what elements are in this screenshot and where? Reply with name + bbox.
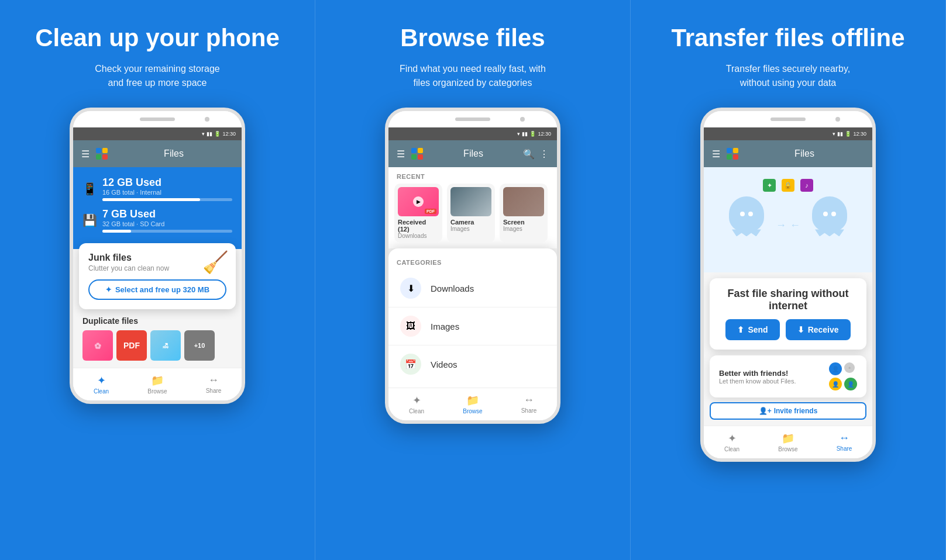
- category-videos[interactable]: 📅 Videos: [388, 345, 557, 383]
- clean-icon-3: ✦: [728, 432, 737, 445]
- nav-share-label-3: Share: [837, 445, 852, 452]
- nav-browse-1[interactable]: 📁 Browse: [129, 372, 185, 397]
- bottom-nav-1: ✦ Clean 📁 Browse ↔ Share: [73, 368, 242, 400]
- downloads-icon: ⬇: [400, 278, 421, 299]
- time-display: 12:30: [222, 131, 236, 137]
- camera-3: [835, 117, 840, 122]
- time-display-2: 12:30: [538, 131, 551, 137]
- ghost-eye-right-1: [823, 212, 828, 216]
- wifi-icon-2: ▾: [517, 131, 520, 137]
- cat-videos-label: Videos: [431, 359, 457, 369]
- ghost-eye-right-2: [831, 212, 836, 216]
- nav-browse-2[interactable]: 📁 Browse: [445, 392, 501, 417]
- category-downloads[interactable]: ⬇ Downloads: [388, 269, 557, 307]
- nav-share-label-2: Share: [521, 407, 537, 414]
- phone-2: ▾ ▮▮ 🔋 12:30 ☰: [385, 108, 560, 424]
- camera-1: [205, 117, 209, 122]
- panel3-subtitle: Transfer files securely nearby,without u…: [726, 62, 851, 90]
- friends-card: Better with friends! Let them know about…: [710, 355, 866, 397]
- app-logo-3: [726, 147, 739, 160]
- play-icon: ▶: [413, 196, 424, 207]
- app-name-2: Files: [429, 148, 517, 159]
- ghost-eye-left-2: [748, 212, 753, 216]
- nav-share-2[interactable]: ↔ Share: [501, 392, 557, 417]
- recent-label: RECENT: [388, 167, 557, 184]
- battery-icon-2: 🔋: [529, 131, 536, 137]
- ghost-eye-left-1: [740, 212, 745, 216]
- junk-icon: 🧹: [202, 250, 229, 275]
- phone-storage-icon: 📱: [82, 182, 97, 196]
- phone-3-inner: ▾ ▮▮ 🔋 12:30 ☰: [704, 111, 872, 458]
- duplicate-title: Duplicate files: [82, 316, 232, 326]
- storage-bar-bg-2: [102, 230, 232, 233]
- ghost-left: [729, 196, 764, 231]
- more-icon[interactable]: ⋮: [539, 148, 549, 160]
- app-bar-3: ☰ Files: [704, 140, 872, 167]
- search-icon[interactable]: 🔍: [523, 148, 535, 160]
- speaker-3: [770, 117, 806, 121]
- dup-thumb-2: PDF: [116, 330, 147, 361]
- recent-card-received[interactable]: ▶ PDF Received (12) Downloads: [394, 184, 442, 243]
- app-logo-1: [95, 147, 108, 160]
- nav-clean-3[interactable]: ✦ Clean: [704, 430, 760, 455]
- nav-share-3[interactable]: ↔ Share: [816, 430, 872, 455]
- recent-label-received: Received (12): [398, 219, 439, 233]
- wifi-icon-3: ▾: [833, 131, 835, 137]
- recent-label-screen: Screen: [503, 219, 544, 226]
- storage-item-sd: 💾 7 GB Used 32 GB total · SD Card: [82, 208, 232, 233]
- storage-info-internal: 12 GB Used 16 GB total · Internal: [102, 177, 232, 201]
- phone-2-inner: ▾ ▮▮ 🔋 12:30 ☰: [388, 111, 557, 420]
- friends-sub: Let them know about Files.: [719, 378, 823, 385]
- panel-transfer: Transfer files offline Transfer files se…: [631, 0, 946, 560]
- nav-share-1[interactable]: ↔ Share: [185, 372, 242, 397]
- nav-clean-2[interactable]: ✦ Clean: [388, 392, 445, 417]
- battery-icon-3: 🔋: [845, 131, 851, 137]
- app-bar-1: ☰ Files: [73, 140, 242, 167]
- hamburger-icon-3[interactable]: ☰: [712, 148, 720, 160]
- storage-sub-sd: 32 GB total · SD Card: [102, 220, 232, 227]
- cat-downloads-label: Downloads: [431, 284, 474, 293]
- phone-1: ▾ ▮▮ 🔋 12:30 ☰: [70, 108, 245, 404]
- app-name-1: Files: [114, 148, 233, 159]
- arrows-area: → ←: [776, 219, 800, 231]
- file-icon-green: ✦: [763, 179, 776, 192]
- add-person-icon: 👤+: [759, 407, 772, 415]
- categories-card: CATEGORIES ⬇ Downloads 🖼 Images 📅 Videos: [388, 248, 557, 388]
- clean-icon-2: ✦: [412, 394, 421, 407]
- nav-browse-3[interactable]: 📁 Browse: [760, 430, 816, 455]
- recent-sub-camera: Images: [450, 226, 491, 232]
- bottom-nav-2: ✦ Clean 📁 Browse ↔ Share: [388, 388, 557, 420]
- dup-thumb-3: 🏖: [150, 330, 181, 361]
- status-icons-3: ▾ ▮▮ 🔋 12:30: [833, 131, 866, 137]
- hamburger-icon[interactable]: ☰: [81, 148, 90, 160]
- avatar-2: 👤: [829, 378, 842, 390]
- battery-icon: 🔋: [214, 131, 221, 137]
- cat-images-label: Images: [431, 322, 459, 331]
- nav-clean-1[interactable]: ✦ Clean: [73, 372, 129, 397]
- hamburger-icon-2[interactable]: ☰: [397, 148, 405, 160]
- recent-card-screen[interactable]: Screen Images: [500, 184, 548, 243]
- storage-bar-fill-2: [102, 230, 131, 233]
- invite-label: Invite friends: [774, 407, 818, 415]
- recent-thumb-screen: [503, 187, 544, 216]
- invite-friends-button[interactable]: 👤+ Invite friends: [710, 402, 866, 420]
- phone-mockup-2: ▾ ▮▮ 🔋 12:30 ☰: [385, 108, 560, 424]
- signal-icon: ▮▮: [207, 131, 212, 137]
- category-images[interactable]: 🖼 Images: [388, 307, 557, 345]
- status-icons-2: ▾ ▮▮ 🔋 12:30: [517, 131, 551, 137]
- send-button[interactable]: ⬆ Send: [725, 319, 779, 340]
- avatar-row-1: 👤 +: [829, 362, 857, 375]
- file-icon-purple: ♪: [800, 179, 813, 192]
- browse-icon-2: 📁: [466, 394, 479, 407]
- phone-mockup-3: ▾ ▮▮ 🔋 12:30 ☰: [700, 108, 876, 462]
- categories-label: CATEGORIES: [388, 253, 557, 269]
- recent-grid: ▶ PDF Received (12) Downloads Camera Ima…: [388, 184, 557, 248]
- floating-icons-area: ✦ 🔒 ♪: [763, 179, 813, 192]
- free-up-button[interactable]: ✦ Select and free up 320 MB: [88, 279, 226, 300]
- share-icon-3: ↔: [839, 432, 849, 444]
- recent-thumb-received: ▶ PDF: [398, 187, 439, 216]
- storage-bar-bg-1: [102, 198, 232, 201]
- recent-card-camera[interactable]: Camera Images: [447, 184, 495, 243]
- receive-button[interactable]: ⬇ Receive: [786, 319, 851, 340]
- arrow-left-icon: ←: [790, 219, 800, 231]
